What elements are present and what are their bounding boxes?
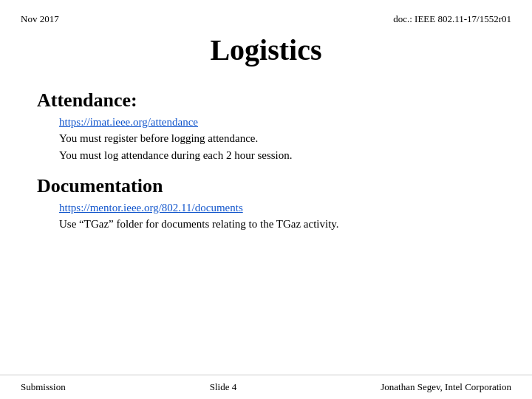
attendance-link[interactable]: https://imat.ieee.org/attendance <box>59 116 495 129</box>
footer-author: Jonathan Segev, Intel Corporation <box>381 381 511 393</box>
title-section: Logistics <box>0 33 532 67</box>
footer-submission: Submission <box>21 381 66 393</box>
documentation-heading: Documentation <box>37 175 495 197</box>
slide-footer: Submission Slide 4 Jonathan Segev, Intel… <box>0 375 532 399</box>
slide-header: Nov 2017 doc.: IEEE 802.11-17/1552r01 <box>0 0 532 25</box>
documentation-link[interactable]: https://mentor.ieee.org/802.11/documents <box>59 202 495 214</box>
footer-slide-number: Slide 4 <box>210 381 236 393</box>
header-doc-id: doc.: IEEE 802.11-17/1552r01 <box>393 13 511 25</box>
slide-content: Attendance: https://imat.ieee.org/attend… <box>0 89 532 233</box>
documentation-section: Documentation https://mentor.ieee.org/80… <box>37 175 495 233</box>
slide-title: Logistics <box>0 33 532 67</box>
documentation-details: https://mentor.ieee.org/802.11/documents… <box>37 202 495 233</box>
documentation-line1: Use “TGaz” folder for documents relating… <box>59 216 495 233</box>
attendance-line1: You must register before logging attenda… <box>59 130 495 147</box>
header-date: Nov 2017 <box>21 13 59 25</box>
attendance-details: https://imat.ieee.org/attendance You mus… <box>37 116 495 163</box>
attendance-section: Attendance: https://imat.ieee.org/attend… <box>37 89 495 163</box>
attendance-line2: You must log attendance during each 2 ho… <box>59 147 495 164</box>
slide: Nov 2017 doc.: IEEE 802.11-17/1552r01 Lo… <box>0 0 532 399</box>
attendance-heading: Attendance: <box>37 89 495 112</box>
